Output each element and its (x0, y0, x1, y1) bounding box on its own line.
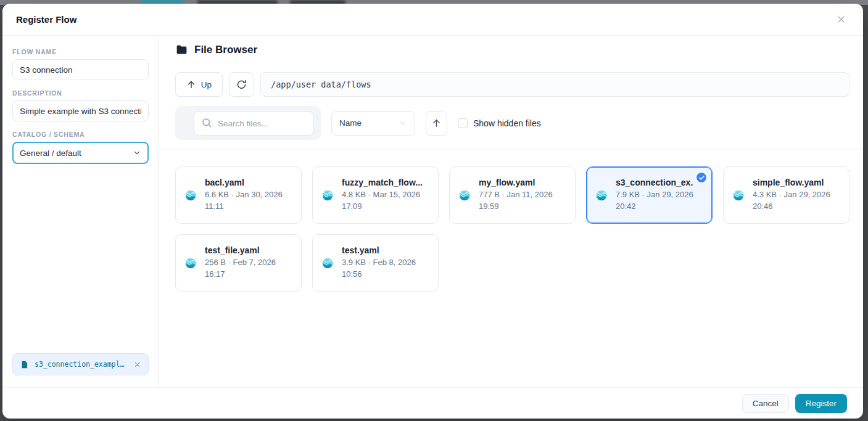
path-input[interactable] (260, 72, 849, 97)
file-meta-line1: 4.3 KB · Jan 29, 2026 (753, 189, 830, 201)
file-grid: bacl.yaml 6.6 KB · Jan 30, 2026 11:11 fu… (175, 166, 849, 292)
file-name: bacl.yaml (205, 178, 283, 187)
register-flow-modal: Register Flow FLOW NAME DESCRIPTION CATA… (2, 4, 863, 419)
file-card[interactable]: s3_connection_ex. 7.9 KB · Jan 29, 2026 … (586, 166, 713, 224)
refresh-button[interactable] (229, 72, 254, 97)
file-meta: 256 B · Feb 7, 2026 16:17 (205, 257, 276, 280)
flow-name-label: FLOW NAME (12, 48, 149, 55)
register-button[interactable]: Register (795, 394, 847, 413)
chevron-down-icon (133, 149, 141, 157)
modal-header: Register Flow (2, 4, 863, 36)
file-meta: 777 B · Jan 11, 2026 19:59 (479, 189, 553, 213)
file-meta-line1: 256 B · Feb 7, 2026 (205, 257, 276, 269)
file-meta-line2: 20:46 (753, 201, 830, 213)
selected-file-chip-label: s3_connection_example… (35, 360, 128, 369)
catalog-schema-value: General / default (20, 149, 81, 158)
file-meta-line1: 777 B · Jan 11, 2026 (479, 189, 553, 201)
file-meta-line2: 20:42 (616, 201, 693, 213)
file-meta-line1: 4.8 KB · Mar 15, 2026 (342, 189, 423, 201)
search-row: Name Show hidden files (175, 106, 849, 140)
file-meta: 4.3 KB · Jan 29, 2026 20:46 (753, 189, 830, 213)
file-meta-line2: 16:17 (205, 269, 276, 280)
file-name: test_file.yaml (205, 245, 276, 255)
yaml-wave-icon (321, 189, 334, 202)
chip-remove-icon[interactable] (134, 361, 141, 368)
file-card[interactable]: simple_flow.yaml 4.3 KB · Jan 29, 2026 2… (723, 166, 849, 224)
catalog-schema-select[interactable]: General / default (12, 142, 149, 164)
show-hidden-label: Show hidden files (473, 118, 541, 128)
toolbar: Up (175, 72, 849, 97)
modal-body: FLOW NAME DESCRIPTION CATALOG / SCHEMA G… (2, 36, 863, 387)
file-meta-line1: 3.9 KB · Feb 8, 2026 (342, 257, 416, 269)
folder-icon (175, 43, 188, 56)
arrow-up-icon (186, 80, 196, 89)
up-button[interactable]: Up (175, 72, 223, 97)
file-meta-line1: 6.6 KB · Jan 30, 2026 (205, 189, 283, 201)
sidebar: FLOW NAME DESCRIPTION CATALOG / SCHEMA G… (2, 36, 159, 387)
file-meta: 4.8 KB · Mar 15, 2026 17:09 (342, 189, 423, 213)
arrow-up-icon (431, 118, 442, 128)
yaml-wave-icon (732, 189, 745, 202)
file-browser-panel: File Browser Up (159, 36, 863, 387)
modal-title: Register Flow (16, 14, 76, 25)
chevron-down-icon (399, 119, 407, 128)
yaml-wave-icon (595, 189, 608, 202)
file-name: s3_connection_ex. (616, 178, 693, 187)
description-label: DESCRIPTION (12, 89, 149, 97)
file-meta: 3.9 KB · Feb 8, 2026 10:56 (342, 257, 416, 280)
file-card[interactable]: test.yaml 3.9 KB · Feb 8, 2026 10:56 (312, 234, 439, 292)
file-meta: 6.6 KB · Jan 30, 2026 11:11 (205, 189, 283, 213)
cancel-button[interactable]: Cancel (742, 394, 789, 413)
show-hidden-checkbox[interactable] (458, 118, 468, 128)
file-browser-title: File Browser (194, 44, 257, 56)
file-card[interactable]: fuzzy_match_flow... 4.8 KB · Mar 15, 202… (312, 166, 439, 224)
yaml-wave-icon (184, 257, 197, 269)
document-icon (20, 360, 29, 369)
refresh-icon (236, 80, 247, 90)
yaml-wave-icon (321, 257, 334, 269)
flow-name-input[interactable] (12, 59, 149, 80)
file-card[interactable]: bacl.yaml 6.6 KB · Jan 30, 2026 11:11 (175, 166, 302, 224)
sort-by-value: Name (339, 118, 362, 128)
yaml-wave-icon (458, 189, 471, 202)
sort-by-select[interactable]: Name (331, 111, 415, 136)
sort-direction-button[interactable] (426, 111, 447, 136)
show-hidden-toggle[interactable]: Show hidden files (458, 118, 541, 128)
yaml-wave-icon (184, 189, 197, 202)
file-card[interactable]: test_file.yaml 256 B · Feb 7, 2026 16:17 (175, 234, 302, 292)
file-meta-line2: 11:11 (205, 201, 283, 213)
modal-footer: Cancel Register (2, 387, 863, 419)
selected-check-icon (695, 171, 708, 184)
search-container (175, 106, 321, 140)
file-name: fuzzy_match_flow... (342, 178, 423, 187)
file-meta-line2: 10:56 (342, 269, 416, 280)
file-meta: 7.9 KB · Jan 29, 2026 20:42 (616, 189, 693, 213)
file-name: test.yaml (342, 245, 416, 255)
file-meta-line2: 17:09 (342, 201, 423, 213)
file-meta-line2: 19:59 (479, 201, 553, 213)
file-name: my_flow.yaml (479, 178, 553, 187)
selected-file-chip: s3_connection_example… (12, 353, 149, 375)
divider (159, 149, 863, 149)
description-input[interactable] (12, 100, 149, 121)
catalog-schema-label: CATALOG / SCHEMA (12, 131, 149, 138)
up-button-label: Up (201, 80, 212, 89)
file-name: simple_flow.yaml (753, 178, 830, 187)
file-card[interactable]: my_flow.yaml 777 B · Jan 11, 2026 19:59 (449, 166, 576, 224)
search-icon (201, 117, 212, 131)
file-meta-line1: 7.9 KB · Jan 29, 2026 (616, 189, 693, 201)
close-icon[interactable] (833, 12, 848, 27)
